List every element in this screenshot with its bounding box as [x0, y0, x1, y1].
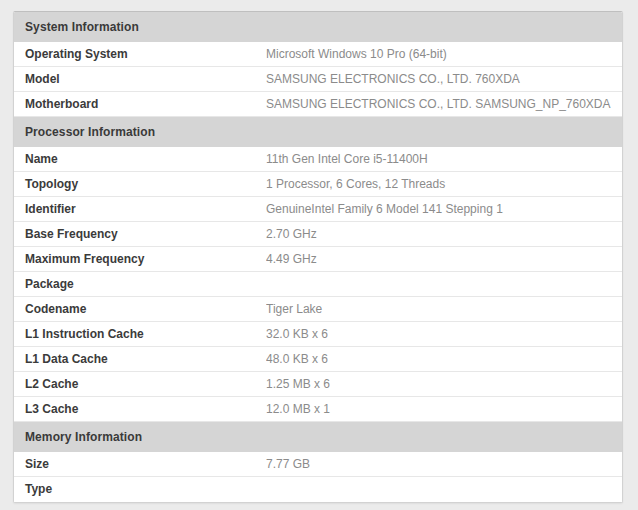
section-header: Processor Information — [14, 117, 622, 147]
row-value: 12.0 MB x 1 — [266, 397, 622, 421]
system-info-table: System InformationOperating SystemMicros… — [13, 11, 623, 503]
table-row: Operating SystemMicrosoft Windows 10 Pro… — [14, 42, 622, 67]
row-value: 32.0 KB x 6 — [266, 322, 622, 346]
row-value: 4.49 GHz — [266, 247, 622, 271]
section-title: System Information — [25, 20, 139, 34]
row-value: 48.0 KB x 6 — [266, 347, 622, 371]
row-label: L2 Cache — [14, 372, 266, 396]
table-row: CodenameTiger Lake — [14, 297, 622, 322]
table-row: Base Frequency2.70 GHz — [14, 222, 622, 247]
section-header: Memory Information — [14, 422, 622, 452]
table-row: L1 Instruction Cache32.0 KB x 6 — [14, 322, 622, 347]
row-value: Microsoft Windows 10 Pro (64-bit) — [266, 42, 622, 66]
row-value: SAMSUNG ELECTRONICS CO., LTD. 760XDA — [266, 67, 622, 91]
row-label: L1 Instruction Cache — [14, 322, 266, 346]
row-value: 2.70 GHz — [266, 222, 622, 246]
section-title: Processor Information — [25, 125, 155, 139]
row-value: GenuineIntel Family 6 Model 141 Stepping… — [266, 197, 622, 221]
row-label: Size — [14, 452, 266, 476]
table-row: Type — [14, 477, 622, 502]
row-label: Package — [14, 272, 266, 296]
row-value — [266, 477, 622, 502]
row-label: Name — [14, 147, 266, 171]
row-value: 1 Processor, 6 Cores, 12 Threads — [266, 172, 622, 196]
row-label: Maximum Frequency — [14, 247, 266, 271]
row-label: Operating System — [14, 42, 266, 66]
row-value: Tiger Lake — [266, 297, 622, 321]
table-row: Name11th Gen Intel Core i5-11400H — [14, 147, 622, 172]
table-row: Size7.77 GB — [14, 452, 622, 477]
row-label: Base Frequency — [14, 222, 266, 246]
row-label: L1 Data Cache — [14, 347, 266, 371]
table-row: L3 Cache12.0 MB x 1 — [14, 397, 622, 422]
section-header: System Information — [14, 12, 622, 42]
row-label: L3 Cache — [14, 397, 266, 421]
row-label: Topology — [14, 172, 266, 196]
table-row: Package — [14, 272, 622, 297]
table-row: L2 Cache1.25 MB x 6 — [14, 372, 622, 397]
row-label: Codename — [14, 297, 266, 321]
row-value: 7.77 GB — [266, 452, 622, 476]
row-value — [266, 272, 622, 296]
row-label: Type — [14, 477, 266, 502]
row-label: Identifier — [14, 197, 266, 221]
row-label: Model — [14, 67, 266, 91]
row-label: Motherboard — [14, 92, 266, 116]
row-value: 1.25 MB x 6 — [266, 372, 622, 396]
table-row: ModelSAMSUNG ELECTRONICS CO., LTD. 760XD… — [14, 67, 622, 92]
table-row: Topology1 Processor, 6 Cores, 12 Threads — [14, 172, 622, 197]
table-row: MotherboardSAMSUNG ELECTRONICS CO., LTD.… — [14, 92, 622, 117]
row-value: 11th Gen Intel Core i5-11400H — [266, 147, 622, 171]
section-title: Memory Information — [25, 430, 142, 444]
table-row: L1 Data Cache48.0 KB x 6 — [14, 347, 622, 372]
row-value: SAMSUNG ELECTRONICS CO., LTD. SAMSUNG_NP… — [266, 92, 622, 116]
table-row: IdentifierGenuineIntel Family 6 Model 14… — [14, 197, 622, 222]
table-row: Maximum Frequency4.49 GHz — [14, 247, 622, 272]
